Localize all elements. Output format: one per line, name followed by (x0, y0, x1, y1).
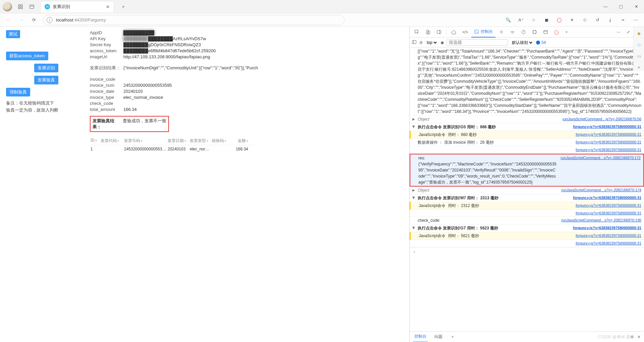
close-window-button[interactable]: ✕ (629, 0, 644, 13)
dt-dock-icon[interactable]: ⤢ (624, 27, 633, 38)
dt-inspect-icon[interactable] (412, 27, 422, 38)
log-source-link[interactable]: forguncy.js?v=638382397580000000:31 (573, 195, 641, 201)
console-log[interactable]: forguncy.js?v=638382397580000000:31 (410, 210, 644, 217)
dt-filter-input[interactable] (447, 39, 508, 46)
dt-eye-icon[interactable]: ◉ (441, 40, 444, 45)
console-log[interactable]: ▶执行点击命令 发票识别!G7 用时： 5623 毫秒forguncy.js?v… (410, 224, 644, 232)
log-source-link[interactable]: runJavaScriptCommand…s?v=-2082166870:130 (561, 217, 641, 223)
th-date[interactable]: 发票日期 (168, 138, 184, 143)
site-info-icon[interactable]: i (47, 17, 53, 23)
ext-1-icon[interactable]: ◼ (541, 14, 552, 26)
reload-button[interactable]: ⟳ (28, 14, 40, 26)
maximize-button[interactable]: ▢ (613, 0, 629, 13)
dt-level-select[interactable]: 默认级别 (511, 40, 533, 45)
recognize-button[interactable]: 发票识别 (34, 64, 58, 72)
console-log[interactable]: forguncy.js?v=638382397580000000:31 (410, 240, 644, 247)
log-source-link[interactable]: forguncy.js?v=638382397580000000:31 (576, 139, 641, 145)
drawer-gear-icon[interactable]: ⚙ (630, 335, 634, 339)
side-ext-1-icon[interactable]: ◆ (635, 29, 643, 37)
dt-network-icon[interactable] (507, 27, 518, 38)
dt-panel-icon[interactable] (434, 27, 444, 38)
console-log[interactable]: JavaScript命令 用时： 860 毫秒forguncy.js?v=638… (410, 131, 644, 139)
dt-memory-icon[interactable] (529, 27, 540, 38)
ext-2-icon[interactable]: ◯ (553, 14, 565, 26)
console-log[interactable]: JavaScript命令 用时： 2312 毫秒forguncy.js?v=63… (410, 202, 644, 210)
console-log[interactable]: [{"row":"1","word":"无"}],"TotalAmount":"… (410, 48, 644, 116)
search-icon[interactable]: 🔍 (503, 14, 514, 26)
console-log[interactable]: check_code:runJavaScriptCommand…s?v=-208… (410, 217, 644, 224)
console-log[interactable]: ▶ObjectrunJavaScriptCommand…s?v=-2082166… (410, 187, 644, 194)
th-check[interactable]: 校验码 (212, 138, 224, 143)
workspaces-icon[interactable] (15, 1, 26, 12)
read-aloud-icon[interactable]: A⁺ (515, 14, 527, 26)
close-tab-icon[interactable]: ✕ (106, 4, 110, 9)
panel-icon[interactable] (26, 1, 38, 12)
dt-perf-icon[interactable] (518, 27, 529, 38)
th-num[interactable]: 发票号码 (124, 138, 140, 143)
console-log[interactable]: forguncy.js?v=638382397580000000:31 (410, 146, 644, 154)
drawer-plus-icon[interactable]: ＋ (449, 332, 456, 342)
dt-issues-count[interactable]: 54 (536, 40, 546, 45)
favorite-icon[interactable]: ☆ (528, 14, 539, 26)
th-id[interactable]: ID (91, 138, 95, 143)
console-output[interactable]: [{"row":"1","word":"无"}],"TotalAmount":"… (410, 48, 644, 331)
drawer-console-tab[interactable]: 控制台 (413, 332, 428, 342)
dt-ext-icon[interactable]: ◯ (551, 27, 561, 38)
log-source-link[interactable]: forguncy.js?v=638382397580000000:31 (576, 233, 641, 239)
force-verify-button[interactable]: 强制验真 (6, 88, 30, 96)
dt-elements-tab[interactable]: </> (460, 27, 471, 38)
extensions-icon[interactable]: ✴ (566, 14, 578, 26)
new-tab-button[interactable]: ＋ (117, 1, 129, 12)
side-ext-2-icon[interactable]: ◇ (635, 41, 643, 48)
forward-button[interactable]: → (15, 14, 27, 26)
browser-tab[interactable]: H 发票识别 ✕ (40, 1, 114, 12)
dt-console-tab[interactable]: 控制台 (471, 27, 495, 38)
table-row[interactable]: 1 24532000000000553… 20240103 elec_nor… … (90, 145, 254, 153)
url-input[interactable]: i localhost:44203/Forguncy (43, 15, 345, 25)
log-source-link[interactable]: runJavaScriptCommand…js?v=-2082166870:56 (563, 116, 641, 122)
more-icon[interactable]: ⋯ (630, 14, 641, 26)
th-code[interactable]: 发票代码 (101, 138, 117, 143)
dt-sources-icon[interactable] (496, 27, 507, 38)
console-log-highlight[interactable]: res:{"VerifyFrequency":"","MachineCode":… (410, 154, 644, 187)
th-amt[interactable]: 金额 (238, 138, 246, 143)
dt-welcome-icon[interactable] (449, 27, 459, 38)
log-source-link[interactable]: runJavaScriptCommand…s?v=-2082166870:174 (561, 187, 641, 193)
test-button[interactable]: 测试 (6, 30, 20, 38)
get-token-button[interactable]: 获取access_token (6, 52, 48, 60)
dt-app-icon[interactable] (540, 27, 551, 38)
drawer-issues-tab[interactable]: 问题 (433, 332, 444, 342)
dt-context-select[interactable]: top (425, 40, 438, 45)
ext-3-icon[interactable]: ❧ (617, 14, 629, 26)
log-source-link[interactable]: forguncy.js?v=638382397580000000:31 (576, 210, 641, 216)
dt-sidebar-toggle-icon[interactable] (412, 40, 417, 46)
side-plus-icon[interactable]: ＋ (635, 64, 643, 71)
log-source-link[interactable]: runJavaScriptCommand…s?v=-2082166870:172 (561, 155, 641, 185)
log-source-link[interactable]: forguncy.js?v=638382397580000000:31 (573, 225, 641, 231)
console-prompt[interactable]: › (410, 247, 644, 256)
dt-more-icon[interactable]: ⋯ (614, 27, 623, 38)
back-button[interactable]: ← (3, 14, 14, 26)
dt-plus-tab[interactable]: ＋ (562, 27, 571, 38)
console-log[interactable]: JavaScript命令 用时： 5621 毫秒forguncy.js?v=63… (410, 232, 644, 240)
history-icon[interactable]: ↺ (592, 14, 603, 26)
log-source-link[interactable]: forguncy.js?v=638382397580000000:31 (576, 241, 641, 246)
profile-avatar[interactable] (3, 2, 12, 11)
side-ext-3-icon[interactable]: ▭ (635, 52, 643, 60)
downloads-icon[interactable]: ⭳ (604, 14, 616, 26)
favorites-bar-icon[interactable]: ✩ (579, 14, 590, 26)
dt-clear-icon[interactable]: ⊘ (419, 40, 423, 45)
minimize-button[interactable]: ― (598, 0, 613, 13)
console-log[interactable]: 数据表操作 ： 添加 invoice 用时： 26 毫秒forguncy.js?… (410, 139, 644, 146)
drawer-close-icon[interactable]: ✕ (637, 335, 641, 339)
console-log[interactable]: ▶执行点击命令 发票识别!G5 用时： 886 毫秒forguncy.js?v=… (410, 123, 644, 131)
log-source-link[interactable]: forguncy.js?v=638382397580000000:31 (573, 124, 641, 130)
dt-device-icon[interactable] (423, 27, 433, 38)
log-source-link[interactable]: forguncy.js?v=638382397580000000:31 (576, 147, 641, 153)
console-log[interactable]: ▶ObjectrunJavaScriptCommand…js?v=-208216… (410, 116, 644, 123)
verify-button[interactable]: 发票验真 (34, 76, 58, 84)
console-log[interactable]: ▶执行点击命令 发票识别!M7 用时： 2313 毫秒forguncy.js?v… (410, 194, 644, 202)
log-source-link[interactable]: forguncy.js?v=638382397580000000:31 (576, 132, 641, 138)
th-type[interactable]: 发票类型 (190, 138, 206, 143)
log-source-link[interactable]: forguncy.js?v=638382397580000000:31 (576, 203, 641, 209)
